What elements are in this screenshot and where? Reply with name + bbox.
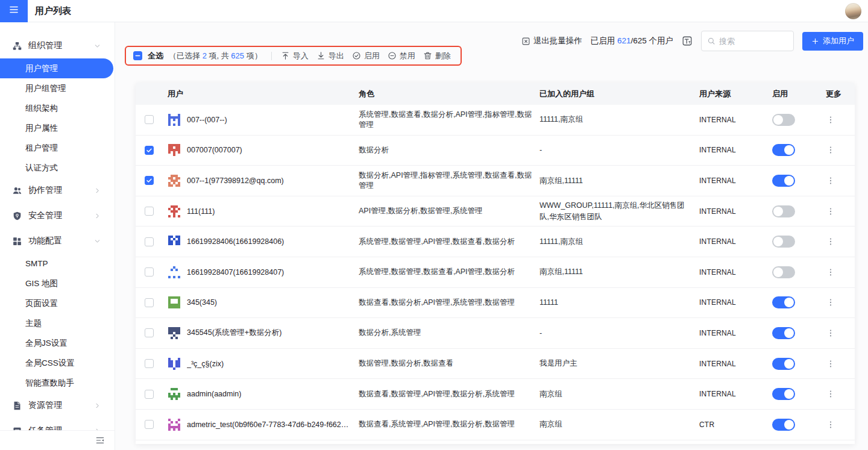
batch-export-button[interactable]: 导出	[316, 51, 344, 61]
enable-toggle[interactable]	[772, 266, 795, 278]
toolbar-divider	[271, 52, 272, 60]
sidebar-section-label: 安全管理	[28, 210, 93, 221]
row-checkbox[interactable]	[145, 115, 154, 124]
enable-toggle[interactable]	[772, 388, 795, 400]
user-name[interactable]: aadmin(aadmin)	[187, 390, 241, 398]
enable-toggle[interactable]	[772, 114, 795, 126]
user-avatar[interactable]	[845, 3, 861, 19]
user-name[interactable]: 111(111)	[187, 207, 215, 216]
sidebar-section-label: 协作管理	[28, 185, 93, 196]
sidebar-item-页面设置[interactable]: 页面设置	[0, 293, 115, 313]
table-header: 用户 角色 已加入的用户组 用户来源 启用 更多	[136, 83, 855, 105]
enable-toggle[interactable]	[772, 236, 795, 248]
sidebar-item-全局JS设置[interactable]: 全局JS设置	[0, 333, 115, 353]
user-name[interactable]: 345545(系统管理+数据分析)	[187, 328, 281, 338]
more-actions-button[interactable]	[826, 267, 835, 277]
user-source: INTERNAL	[699, 390, 772, 398]
user-name[interactable]: 007--(007--)	[187, 116, 227, 124]
sidebar-section-2[interactable]: 安全管理	[0, 203, 115, 228]
sidebar-item-组织架构[interactable]: 组织架构	[0, 98, 115, 118]
user-name[interactable]: 345(345)	[187, 298, 217, 307]
download-icon	[316, 51, 326, 60]
row-checkbox[interactable]	[145, 420, 154, 429]
table-row: 007007(007007)数据分析-INTERNAL	[136, 136, 855, 166]
shield-icon	[12, 211, 22, 221]
text-filter-icon[interactable]	[682, 36, 693, 46]
enable-toggle[interactable]	[772, 205, 795, 217]
exit-batch-button[interactable]: 退出批量操作	[521, 36, 582, 46]
batch-enable-button[interactable]: 启用	[352, 51, 380, 61]
search-input[interactable]	[719, 37, 788, 46]
more-actions-button[interactable]	[826, 145, 835, 155]
sidebar-item-用户组管理[interactable]: 用户组管理	[0, 78, 115, 98]
user-roles: 系统管理,数据管理,数据查看,API管理,数据分析	[359, 267, 539, 277]
more-actions-button[interactable]	[826, 115, 835, 125]
sidebar-item-主题[interactable]: 主题	[0, 313, 115, 333]
user-avatar-identicon	[168, 266, 181, 279]
table-row: 007--(007--)系统管理,数据查看,数据分析,API管理,指标管理,数据…	[136, 105, 855, 136]
sidebar-section-1[interactable]: 协作管理	[0, 178, 115, 203]
sidebar-item-全局CSS设置[interactable]: 全局CSS设置	[0, 353, 115, 373]
sidebar-item-认证方式[interactable]: 认证方式	[0, 158, 115, 178]
hamburger-icon	[8, 4, 19, 17]
sidebar-item-智能查数助手[interactable]: 智能查数助手	[0, 373, 115, 393]
row-checkbox[interactable]	[145, 267, 154, 277]
enable-toggle[interactable]	[772, 419, 795, 431]
sidebar-section-4[interactable]: 资源管理	[0, 393, 115, 418]
enable-toggle[interactable]	[772, 327, 795, 339]
enable-toggle[interactable]	[772, 358, 795, 370]
user-source: INTERNAL	[699, 116, 772, 124]
collapse-sidebar-icon[interactable]	[95, 436, 105, 445]
user-groups: 11111,南京组	[539, 236, 699, 248]
row-checkbox[interactable]	[145, 207, 154, 216]
user-name[interactable]: 007--1(977398912@qq.com)	[187, 177, 284, 185]
user-source: INTERNAL	[699, 329, 772, 337]
user-name[interactable]: _³ç_ç§(zix)	[187, 360, 224, 368]
row-checkbox[interactable]	[145, 176, 154, 185]
sidebar-item-用户管理[interactable]: 用户管理	[0, 58, 113, 78]
user-avatar-identicon	[168, 296, 181, 309]
row-checkbox[interactable]	[145, 359, 154, 368]
sidebar-section-label: 功能配置	[28, 236, 93, 246]
batch-toolbar: 全选 （已选择 2 项, 共 625 项） 导入导出启用禁用删除	[125, 46, 462, 66]
total-count: 625	[231, 51, 244, 60]
user-name[interactable]: 16619928407(16619928407)	[187, 268, 284, 277]
enable-toggle[interactable]	[772, 144, 795, 156]
enable-toggle[interactable]	[772, 175, 795, 187]
sidebar-item-GIS 地图[interactable]: GIS 地图	[0, 273, 115, 293]
sidebar-item-用户属性[interactable]: 用户属性	[0, 118, 115, 138]
user-avatar-identicon	[168, 235, 181, 248]
row-checkbox[interactable]	[145, 328, 154, 337]
sidebar-item-SMTP[interactable]: SMTP	[0, 254, 115, 273]
more-actions-button[interactable]	[826, 207, 835, 216]
hamburger-menu-button[interactable]	[0, 0, 28, 22]
select-all-checkbox[interactable]	[133, 51, 142, 60]
row-checkbox[interactable]	[145, 298, 154, 307]
user-groups: 南京组	[539, 419, 699, 430]
row-checkbox[interactable]	[145, 390, 154, 399]
org-tree-icon	[12, 41, 22, 51]
more-actions-button[interactable]	[826, 389, 835, 399]
user-name[interactable]: 16619928406(16619928406)	[187, 237, 284, 246]
select-all-label[interactable]: 全选	[148, 51, 163, 61]
sidebar-section-0[interactable]: 组织管理	[0, 33, 115, 58]
row-checkbox[interactable]	[145, 146, 154, 155]
chevron-right-icon	[93, 187, 101, 195]
more-actions-button[interactable]	[826, 176, 835, 186]
more-actions-button[interactable]	[826, 237, 835, 246]
batch-disable-button[interactable]: 禁用	[388, 51, 415, 61]
user-name[interactable]: 007007(007007)	[187, 146, 242, 154]
add-user-button[interactable]: 添加用户	[802, 32, 863, 51]
user-name[interactable]: admetric_test(0b9f60e7-7783-47d6-b249-f6…	[187, 420, 353, 429]
user-roles: 数据查看,系统管理,API管理,数据分析,数据管理	[359, 419, 539, 430]
sidebar-item-租户管理[interactable]: 租户管理	[0, 138, 115, 158]
more-actions-button[interactable]	[826, 420, 835, 430]
more-actions-button[interactable]	[826, 328, 835, 338]
enable-toggle[interactable]	[772, 296, 795, 308]
row-checkbox[interactable]	[145, 237, 154, 246]
batch-delete-button[interactable]: 删除	[423, 51, 451, 61]
more-actions-button[interactable]	[826, 298, 835, 307]
more-actions-button[interactable]	[826, 359, 835, 369]
batch-import-button[interactable]: 导入	[281, 51, 309, 61]
sidebar-section-3[interactable]: 功能配置	[0, 228, 115, 254]
